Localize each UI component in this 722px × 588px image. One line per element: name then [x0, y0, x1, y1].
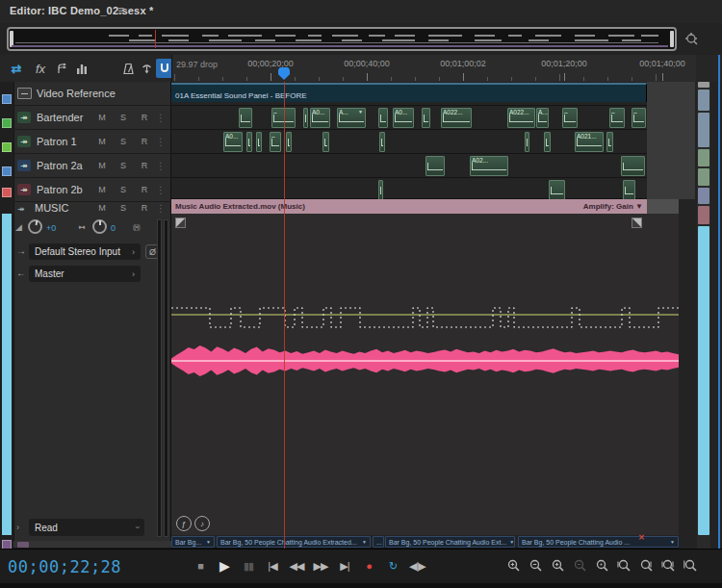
solo-button[interactable]: S — [119, 185, 127, 194]
scrollbar-track-segment[interactable] — [698, 206, 709, 224]
audio-clip[interactable]: A... — [536, 108, 549, 128]
playhead-line[interactable] — [284, 82, 285, 549]
audio-clip[interactable]: – — [609, 108, 625, 128]
track-color-chip[interactable] — [2, 142, 12, 152]
volume-knob[interactable] — [28, 219, 42, 234]
audio-clip[interactable]: A0... — [310, 108, 330, 128]
vertical-track-scrollbar[interactable] — [697, 82, 710, 549]
video-clip[interactable]: 01A Essential Sound Panel - BEFORE — [171, 83, 647, 102]
scrollbar-track-segment[interactable] — [698, 168, 709, 186]
metering-icon[interactable] — [73, 59, 90, 78]
scrollbar-track-segment[interactable] — [698, 113, 709, 147]
mute-button[interactable]: M — [98, 203, 106, 213]
skip-selection-button[interactable]: ◀|▶ — [409, 556, 425, 575]
audio-clip[interactable] — [623, 180, 635, 200]
scrollbar-track-segment[interactable] — [698, 82, 709, 88]
scrollbar-track-segment[interactable] — [698, 89, 709, 111]
metronome-icon[interactable] — [119, 59, 137, 78]
go-to-start-button[interactable]: |◀ — [265, 556, 280, 575]
navigator-range-box[interactable] — [7, 27, 677, 51]
arm-button[interactable]: R — [141, 137, 148, 146]
arm-button[interactable]: R — [141, 113, 148, 122]
fast-forward-button[interactable]: ▶▶ — [313, 556, 328, 575]
zoom-in-right-edge-button[interactable] — [639, 557, 655, 575]
audio-clip[interactable]: – — [270, 132, 281, 152]
stop-button[interactable]: ■ — [193, 556, 208, 575]
zoom-selection-width-button[interactable] — [661, 557, 677, 575]
audio-clip[interactable]: A...▼ — [337, 108, 366, 128]
audio-clip[interactable] — [422, 108, 430, 128]
audio-clip[interactable] — [549, 180, 565, 200]
audio-clip[interactable] — [322, 132, 329, 152]
audio-clip[interactable] — [378, 108, 388, 128]
music-clip-body[interactable]: ƒ♪ — [171, 214, 679, 535]
input-monitor-icon[interactable]: ((•)) — [133, 223, 140, 230]
audio-clip[interactable]: – — [632, 108, 646, 128]
zoom-in-selection-button[interactable] — [551, 557, 566, 575]
track-color-chip[interactable] — [2, 166, 12, 176]
input-selector[interactable]: Default Stereo Input › — [29, 243, 141, 260]
fade-in-handle[interactable] — [175, 217, 186, 228]
audio-clip[interactable]: A0... — [393, 108, 414, 128]
fx-rack-icon[interactable]: fx — [31, 59, 50, 78]
play-button[interactable]: ▶ — [217, 556, 232, 575]
audio-clip[interactable] — [544, 132, 551, 152]
track-header-music[interactable]: ↠ MUSIC M S R ⋮ ◢ +0 ▸◂ 0 ((•)) → — [13, 199, 171, 549]
bottom-audio-clip[interactable]: Bar Bg...▼ — [171, 536, 215, 548]
track-header-patron-1[interactable]: ↠Patron 1MSR⋮ — [13, 130, 171, 154]
automation-expand-icon[interactable]: › — [16, 523, 19, 532]
audio-clip[interactable]: A021... — [575, 132, 604, 152]
audio-clip[interactable] — [621, 156, 645, 176]
mute-button[interactable]: M — [98, 137, 106, 146]
scrollbar-track-segment[interactable] — [698, 226, 709, 535]
solo-button[interactable]: S — [119, 137, 127, 146]
audio-clip[interactable]: A022... — [507, 108, 535, 128]
move-tool-icon[interactable]: ⇄ — [6, 59, 27, 78]
timeline-lanes[interactable]: 01A Essential Sound Panel - BEFORE–A0...… — [171, 82, 679, 549]
routing-icon[interactable] — [53, 59, 70, 78]
clip-effect-selector[interactable]: Amplify: Gain ▼ — [583, 202, 647, 211]
audio-clip[interactable] — [303, 108, 308, 128]
track-color-chip[interactable] — [2, 188, 12, 197]
solo-button[interactable]: S — [119, 113, 127, 122]
track-options-icon[interactable]: ⋮ — [156, 113, 166, 123]
zoom-full-button[interactable] — [683, 557, 699, 575]
solo-button[interactable]: S — [119, 203, 127, 213]
mute-button[interactable]: M — [98, 113, 106, 122]
mute-button[interactable]: M — [98, 161, 106, 170]
audio-clip[interactable] — [378, 180, 383, 200]
zoom-out-selection-button[interactable] — [573, 557, 588, 575]
loop-playback-button[interactable]: ↻ — [385, 556, 400, 575]
audio-clip[interactable] — [246, 132, 252, 152]
pan-knob[interactable] — [92, 219, 107, 234]
bottom-audio-clip[interactable]: Bar Bg, 50 People Chatting Audio Extract… — [217, 536, 371, 548]
fade-out-handle[interactable] — [632, 217, 642, 228]
audio-clip[interactable] — [606, 132, 613, 152]
mute-button[interactable]: M — [98, 185, 106, 194]
clip-properties-button[interactable]: ♪ — [194, 516, 210, 531]
track-header-patron-2a[interactable]: ↠Patron 2aMSR⋮ — [13, 154, 171, 178]
audio-clip[interactable]: A0... — [223, 132, 243, 152]
solo-button[interactable]: S — [119, 161, 127, 170]
record-button[interactable]: ● — [361, 556, 376, 575]
track-options-icon[interactable]: ⋮ — [156, 137, 166, 147]
pause-button[interactable]: ▮▮ — [241, 556, 256, 575]
track-header-bartender[interactable]: ↠BartenderMSR⋮ — [13, 106, 171, 130]
zoom-in-left-edge-button[interactable] — [617, 557, 632, 575]
audio-clip[interactable] — [256, 132, 262, 152]
music-clip-header[interactable]: Music Audio Extracted.mov (Music)Amplify… — [171, 199, 647, 214]
audio-clip[interactable] — [425, 156, 445, 176]
zoom-out-time-button[interactable] — [529, 557, 544, 575]
audio-clip[interactable]: A02... — [470, 156, 508, 176]
playhead-timecode[interactable]: 00;00;22;28 — [8, 557, 121, 576]
stream-icon[interactable] — [138, 59, 155, 78]
rewind-button[interactable]: ◀◀ — [289, 556, 304, 575]
track-options-icon[interactable]: ⋮ — [156, 203, 166, 214]
panel-menu-icon[interactable]: ≡ — [117, 4, 124, 17]
audio-clip[interactable]: – — [562, 108, 578, 128]
arm-button[interactable]: R — [141, 161, 148, 170]
arm-button[interactable]: R — [141, 185, 148, 194]
bottom-audio-clip[interactable]: Bar Bg, 50 People Chatting Audio Ext...▼ — [385, 536, 515, 548]
audio-clip[interactable] — [379, 132, 385, 152]
navigator-right-handle[interactable] — [670, 31, 674, 47]
